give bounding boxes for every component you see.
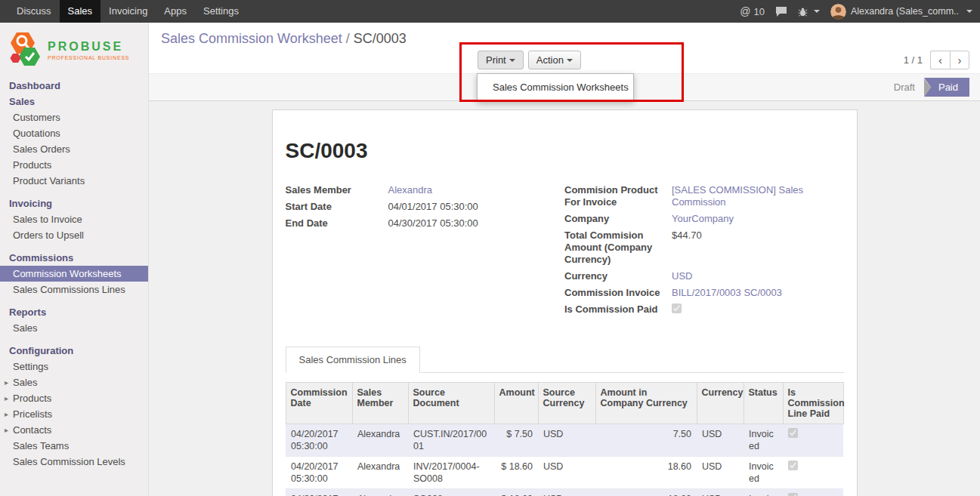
table-row[interactable]: 04/20/2017 05:30:00AlexandraCUST.IN/2017… xyxy=(286,424,843,457)
sidebar-item-label: Customers xyxy=(13,112,60,123)
field-value-is-commission-paid xyxy=(672,303,682,316)
chevron-right-icon: ▸ xyxy=(5,408,8,420)
sidebar-item-contacts[interactable]: ▸Contacts xyxy=(0,422,148,438)
table-cell: INV/2017/0004-SO008 xyxy=(408,457,494,489)
sidebar-item-configuration[interactable]: Configuration xyxy=(0,343,148,359)
sidebar-item-sales[interactable]: ▸Sales xyxy=(0,374,148,390)
column-header-sales-member[interactable]: Sales Member xyxy=(352,383,408,424)
column-header-status[interactable]: Status xyxy=(744,383,783,424)
table-row[interactable]: 04/20/2017 10:35:53AlexandraSO008$ 18.60… xyxy=(286,489,843,496)
print-button-label: Print xyxy=(486,54,506,66)
sidebar-item-label: Sales xyxy=(13,322,38,334)
table-cell: Invoiced xyxy=(744,424,783,457)
topbar-menu-settings[interactable]: Settings xyxy=(195,0,247,23)
sidebar-item-invoicing[interactable]: Invoicing xyxy=(0,196,148,211)
sidebar-item-label: Contacts xyxy=(13,424,51,436)
debug-menu[interactable] xyxy=(798,7,820,17)
chevron-right-icon: ▸ xyxy=(5,424,8,436)
column-header-source-document[interactable]: Source Document xyxy=(408,383,494,424)
field-value-start-date: 04/01/2017 05:30:00 xyxy=(388,201,478,213)
column-header-amount-in-company-currency[interactable]: Amount in Company Currency xyxy=(595,383,697,424)
table-cell xyxy=(783,457,843,489)
sidebar-item-sales[interactable]: Sales xyxy=(0,320,148,336)
field-label: Sales Member xyxy=(286,184,388,196)
sidebar-item-sales-to-invoice[interactable]: Sales to Invoice xyxy=(0,211,148,227)
tab-sales-commission-lines[interactable]: Sales Commission Lines xyxy=(286,347,420,373)
status-paid[interactable]: Paid xyxy=(924,78,969,97)
status-draft[interactable]: Draft xyxy=(885,78,924,97)
sidebar-item-sales-teams[interactable]: Sales Teams xyxy=(0,438,148,454)
line-paid-checkbox[interactable] xyxy=(788,428,798,438)
app-logo[interactable]: PROBUSE PROFESSIONAL BUSINESS xyxy=(0,23,148,78)
sidebar-item-sales-commission-levels[interactable]: Sales Commission Levels xyxy=(0,454,148,470)
topbar-menu-discuss[interactable]: Discuss xyxy=(8,0,60,23)
sidebar-item-label: Commissions xyxy=(9,252,73,263)
table-body: 04/20/2017 05:30:00AlexandraCUST.IN/2017… xyxy=(286,424,843,496)
table-cell: USD xyxy=(538,489,595,496)
field-value-commision-product-for-invoice[interactable]: [SALES COMMISSION] Sales Commission xyxy=(672,184,844,208)
form-sheet: SC/0003 Sales MemberAlexandraStart Date0… xyxy=(272,109,858,496)
field-value-commission-invoice[interactable]: BILL/2017/0003 SC/0003 xyxy=(672,287,782,299)
sidebar-item-pricelists[interactable]: ▸Pricelists xyxy=(0,406,148,422)
messages-icon[interactable] xyxy=(775,6,787,17)
table-row[interactable]: 04/20/2017 05:30:00AlexandraINV/2017/000… xyxy=(286,457,843,489)
column-header-source-currency[interactable]: Source Currency xyxy=(538,383,595,424)
logo-title: PROBUSE xyxy=(48,40,129,54)
column-header-is-commission-line-paid[interactable]: Is Commission Line Paid xyxy=(783,383,843,424)
table-cell: 04/20/2017 05:30:00 xyxy=(286,424,352,457)
pager-previous-button[interactable]: ‹ xyxy=(930,51,950,69)
pager-buttons: ‹ › xyxy=(930,51,969,69)
breadcrumb-parent[interactable]: Sales Commission Worksheet xyxy=(161,31,342,46)
column-header-commission-date[interactable]: Commission Date xyxy=(286,383,352,424)
table-cell: CUST.IN/2017/0001 xyxy=(408,424,494,457)
sidebar-item-sales-orders[interactable]: Sales Orders xyxy=(0,141,148,157)
mention-counter[interactable]: @ 10 xyxy=(740,5,765,17)
content-area: SC/0003 Sales MemberAlexandraStart Date0… xyxy=(149,101,980,496)
column-header-currency[interactable]: Currency xyxy=(697,383,744,424)
topbar-menu-invoicing[interactable]: Invoicing xyxy=(100,0,156,23)
sidebar-item-reports[interactable]: Reports xyxy=(0,304,148,320)
table-header-row: Commission DateSales MemberSource Docume… xyxy=(286,383,843,424)
sidebar-item-product-variants[interactable]: Product Variants xyxy=(0,173,148,189)
sidebar-item-label: Sales xyxy=(9,96,35,107)
line-paid-checkbox[interactable] xyxy=(788,493,798,496)
sidebar-item-products[interactable]: Products xyxy=(0,157,148,173)
sidebar-item-settings[interactable]: Settings xyxy=(0,359,148,374)
sidebar-item-sales-commissions-lines[interactable]: Sales Commissions Lines xyxy=(0,282,148,297)
sidebar-item-commissions[interactable]: Commissions xyxy=(0,250,148,266)
topbar-menu-sales[interactable]: Sales xyxy=(60,0,101,23)
sidebar-item-orders-to-upsell[interactable]: Orders to Upsell xyxy=(0,227,148,243)
field-row-company: CompanyYourCompany xyxy=(564,213,844,225)
column-header-amount[interactable]: Amount xyxy=(494,383,538,424)
topbar-menu-apps[interactable]: Apps xyxy=(156,0,195,23)
field-value-company[interactable]: YourCompany xyxy=(672,213,734,225)
print-button[interactable]: Print xyxy=(478,51,524,69)
field-value-total-commision-amount-company-currency: $44.70 xyxy=(672,230,702,266)
sidebar-item-dashboard[interactable]: Dashboard xyxy=(0,78,148,94)
table-cell: USD xyxy=(697,489,744,496)
table-cell: USD xyxy=(697,457,744,489)
sidebar-item-label: Quotations xyxy=(13,128,60,139)
sidebar-item-label: Commission Worksheets xyxy=(13,268,122,279)
sidebar-item-label: Sales Commission Levels xyxy=(13,456,125,467)
sidebar-item-commission-worksheets[interactable]: Commission Worksheets xyxy=(0,266,148,282)
sidebar-item-customers[interactable]: Customers xyxy=(0,109,148,125)
field-value-sales-member[interactable]: Alexandra xyxy=(388,184,433,196)
user-menu[interactable]: Alexandra (Sales_comm.. xyxy=(830,4,972,20)
table-cell: USD xyxy=(697,424,744,457)
field-value-currency[interactable]: USD xyxy=(672,270,692,282)
field-row-start-date: Start Date04/01/2017 05:30:00 xyxy=(286,201,565,213)
is-commission-paid-checkbox[interactable] xyxy=(672,303,682,313)
table-cell: USD xyxy=(538,457,595,489)
menu-item-sales-commission-worksheets[interactable]: Sales Commission Worksheets xyxy=(478,77,633,97)
action-button[interactable]: Action xyxy=(528,51,581,69)
sidebar-item-sales[interactable]: Sales xyxy=(0,94,148,109)
main-area: Sales Commission Worksheet / SC/0003 Pri… xyxy=(149,23,980,496)
sidebar-item-products[interactable]: ▸Products xyxy=(0,390,148,406)
caret-down-icon xyxy=(567,59,573,62)
line-paid-checkbox[interactable] xyxy=(788,461,798,470)
sidebar-item-label: Reports xyxy=(9,307,46,318)
field-row-commission-invoice: Commission InvoiceBILL/2017/0003 SC/0003 xyxy=(564,287,844,299)
pager-next-button[interactable]: › xyxy=(950,51,969,69)
sidebar-item-quotations[interactable]: Quotations xyxy=(0,125,148,141)
